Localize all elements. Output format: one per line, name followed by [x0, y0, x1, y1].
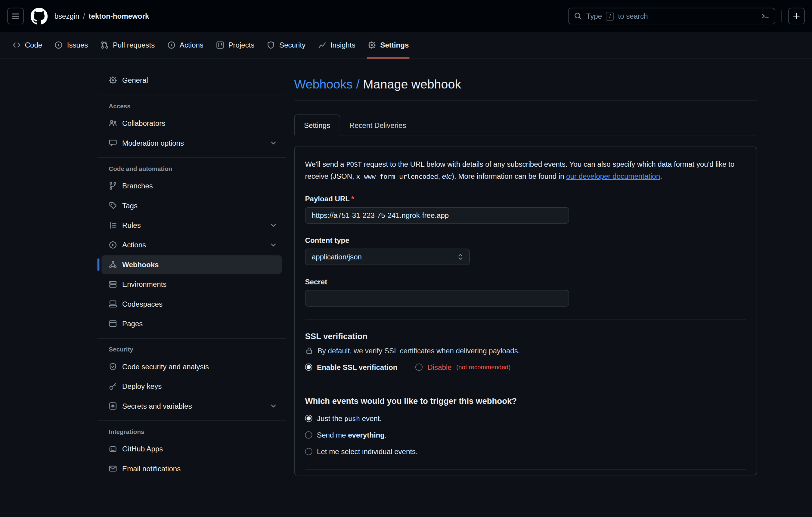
sidebar-item-deploy-keys[interactable]: Deploy keys — [102, 377, 282, 396]
sidebar-item-label: GitHub Apps — [122, 445, 163, 453]
select-arrows-icon — [457, 253, 464, 261]
sidebar-item-branches[interactable]: Branches — [102, 177, 282, 195]
command-palette-icon[interactable] — [761, 12, 770, 21]
gear-icon — [368, 41, 376, 49]
sidebar-item-rules[interactable]: Rules — [102, 216, 282, 235]
sidebar-item-label: Deploy keys — [122, 382, 162, 391]
search-icon — [574, 12, 582, 21]
hubot-icon — [109, 445, 117, 453]
enable-ssl-label[interactable]: Enable SSL verification — [317, 363, 397, 372]
sidebar-item-codespaces[interactable]: Codespaces — [102, 295, 282, 313]
repo-tab-label: Issues — [67, 41, 88, 49]
github-logo[interactable] — [31, 7, 48, 25]
repo-tab-actions[interactable]: Actions — [163, 32, 208, 58]
ssl-note: By default, we verify SSL certificates w… — [305, 347, 746, 355]
developer-documentation-link[interactable]: our developer documentation — [566, 172, 660, 180]
sidebar-item-collaborators[interactable]: Collaborators — [102, 114, 282, 133]
repo-tab-label: Pull requests — [113, 41, 155, 49]
content-type-select[interactable]: application/json — [305, 249, 469, 265]
everything-event-label[interactable]: Send me everything. — [317, 431, 387, 439]
ssl-radio-row: Enable SSL verification Disable (not rec… — [305, 363, 746, 372]
sidebar-item-label: Collaborators — [122, 119, 165, 127]
gear-icon — [109, 76, 117, 85]
lock-icon — [305, 347, 313, 355]
sidebar-item-label: Codespaces — [122, 300, 163, 308]
breadcrumb-owner-link[interactable]: bsezgin — [55, 12, 80, 21]
breadcrumb-repo-link[interactable]: tekton-homework — [89, 12, 149, 21]
shield-icon — [267, 41, 276, 49]
payload-url-input[interactable] — [305, 207, 569, 224]
repo-tab-label: Security — [279, 41, 306, 49]
sidebar-item-label: Secrets and variables — [122, 402, 192, 410]
sidebar-item-label: Webhooks — [122, 261, 158, 269]
webhook-intro-text: We'll send a POST request to the URL bel… — [305, 159, 746, 182]
disable-ssl-radio[interactable] — [416, 364, 423, 371]
urlencoded-code: x-www-form-urlencoded — [356, 172, 438, 180]
sidebar-item-tags[interactable]: Tags — [102, 196, 282, 215]
tab-recent-deliveries[interactable]: Recent Deliveries — [340, 115, 416, 136]
webhook-icon — [109, 261, 117, 269]
repo-tab-security[interactable]: Security — [263, 32, 310, 58]
sidebar-section-code-automation: Code and automation — [102, 165, 282, 172]
individual-events-label[interactable]: Let me select individual events. — [317, 448, 418, 456]
sidebar-item-actions[interactable]: Actions — [102, 236, 282, 254]
etc-italic: etc — [442, 172, 452, 180]
sidebar-item-label: Actions — [122, 241, 146, 249]
panel-bottom-divider — [305, 469, 746, 470]
sidebar-item-code-security[interactable]: Code security and analysis — [102, 357, 282, 376]
hamburger-menu-button[interactable] — [7, 8, 24, 24]
pull-request-icon — [100, 41, 109, 49]
git-branch-icon — [109, 182, 117, 190]
sidebar-item-moderation-options[interactable]: Moderation options — [102, 134, 282, 152]
sidebar-divider — [97, 95, 286, 95]
repo-tab-pull-requests[interactable]: Pull requests — [96, 32, 159, 58]
disable-ssl-label[interactable]: Disable — [427, 363, 452, 372]
header-actions: Type / to search — [568, 8, 805, 24]
tab-settings[interactable]: Settings — [294, 115, 340, 136]
enable-ssl-radio[interactable] — [305, 364, 312, 371]
payload-url-label: Payload URL* — [305, 195, 746, 203]
search-input[interactable]: Type / to search — [568, 8, 775, 24]
webhook-main: Webhooks / Manage webhook Settings Recen… — [294, 71, 757, 476]
title-divider — [294, 100, 757, 101]
webhook-settings-panel: We'll send a POST request to the URL bel… — [294, 147, 757, 476]
key-icon — [109, 382, 117, 391]
github-mark-icon — [31, 7, 48, 25]
sidebar-item-environments[interactable]: Environments — [102, 275, 282, 294]
repo-nav: Code Issues Pull requests Actions Projec… — [0, 32, 812, 59]
sidebar-item-email-notifications[interactable]: Email notifications — [102, 459, 282, 478]
breadcrumb-separator: / — [83, 12, 85, 21]
sidebar-divider — [97, 157, 286, 158]
panel-divider — [305, 384, 746, 384]
create-new-button[interactable] — [788, 8, 805, 24]
repo-tab-code[interactable]: Code — [8, 32, 46, 58]
sidebar-item-secrets-variables[interactable]: Secrets and variables — [102, 397, 282, 415]
content-type-value: application/json — [312, 253, 362, 261]
push-event-label[interactable]: Just the push event. — [317, 414, 382, 423]
repo-tab-settings[interactable]: Settings — [364, 32, 413, 58]
plus-icon — [792, 12, 801, 21]
play-circle-icon — [167, 41, 176, 49]
individual-events-radio[interactable] — [305, 448, 312, 455]
disable-ssl-group: Disable (not recommended) — [416, 363, 511, 372]
sidebar-item-label: Email notifications — [122, 464, 181, 473]
secret-input[interactable] — [305, 290, 569, 307]
codespaces-icon — [109, 300, 117, 308]
content-type-label: Content type — [305, 236, 746, 245]
play-circle-icon — [109, 241, 117, 249]
chevron-down-icon — [269, 221, 278, 230]
repo-tab-projects[interactable]: Projects — [211, 32, 259, 58]
sidebar-item-pages[interactable]: Pages — [102, 314, 282, 333]
sidebar-item-github-apps[interactable]: GitHub Apps — [102, 440, 282, 458]
settings-layout: General Access Collaborators Moderation … — [97, 71, 757, 479]
sidebar-item-webhooks[interactable]: Webhooks — [102, 255, 282, 274]
webhooks-breadcrumb-link[interactable]: Webhooks / — [294, 77, 359, 91]
repo-tab-insights[interactable]: Insights — [314, 32, 360, 58]
push-event-radio[interactable] — [305, 415, 312, 422]
people-icon — [109, 119, 117, 127]
everything-event-radio[interactable] — [305, 432, 312, 439]
page-title-current: Manage webhook — [360, 77, 461, 91]
repo-tab-issues[interactable]: Issues — [51, 32, 92, 58]
events-heading: Which events would you like to trigger t… — [305, 397, 746, 406]
sidebar-item-general[interactable]: General — [102, 71, 282, 90]
